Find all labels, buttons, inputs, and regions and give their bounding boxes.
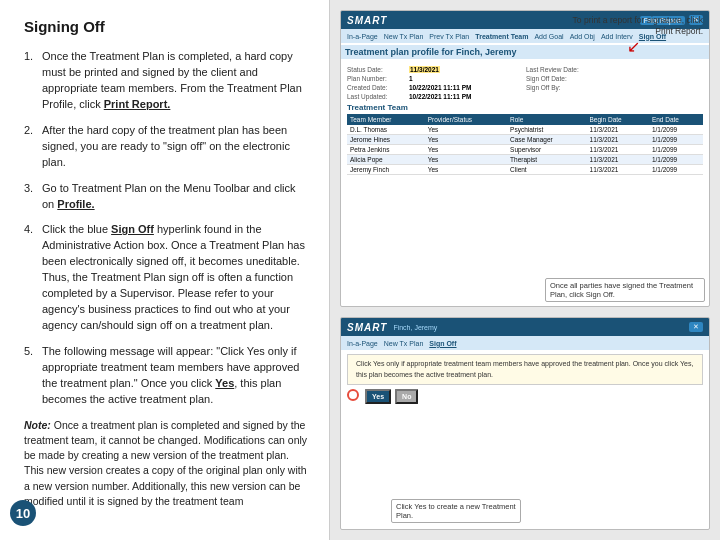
callout-bottom-right: Once all parties have signed the Treatme… <box>545 278 705 302</box>
nav-sign-off-b[interactable]: Sign Off <box>429 340 456 347</box>
nav-add-goal[interactable]: Add Goal <box>534 33 563 40</box>
ss-yes-no-area: Yes No <box>347 389 703 404</box>
smart-logo: SMART <box>347 15 387 26</box>
nav-new-tx-b[interactable]: New Tx Plan <box>384 340 424 347</box>
field-last-review: Last Review Date: <box>526 66 703 73</box>
sign-off-link[interactable]: Sign Off <box>111 223 154 235</box>
treatment-team-title: Treatment Team <box>347 103 703 112</box>
field-last-updated: Last Updated: 10/22/2021 11:11 PM <box>347 93 524 100</box>
step-num-5: 5. <box>24 344 42 408</box>
treatment-team-table: Team Member Provider/Status Role Begin D… <box>347 114 703 175</box>
ss-nav-bar-bottom: In-a-Page New Tx Plan Sign Off <box>341 336 709 350</box>
yes-link[interactable]: Yes <box>215 377 234 389</box>
field-status-date: Status Date: 11/3/2021 <box>347 66 524 73</box>
table-row: Jerome Hines Yes Case Manager 11/3/2021 … <box>347 135 703 145</box>
header-patient-bottom: Finch, Jeremy <box>393 324 437 331</box>
step-5: 5. The following message will appear: "C… <box>24 344 309 408</box>
ss-fields-area: Status Date: 11/3/2021 Last Review Date:… <box>341 62 709 179</box>
nav-new-tx[interactable]: New Tx Plan <box>384 33 424 40</box>
smart-bar-right-bottom: ✕ <box>689 322 703 332</box>
smart-logo-bottom: SMART <box>347 322 387 333</box>
table-row: Alicia Pope Yes Therapist 11/3/2021 1/1/… <box>347 155 703 165</box>
note-block: Note: Once a treatment plan is completed… <box>24 418 309 509</box>
callout-click-yes: Click Yes to create a new Treatment Plan… <box>391 499 521 523</box>
left-panel: Signing Off 1. Once the Treatment Plan i… <box>0 0 330 540</box>
screenshot-bottom: SMART Finch, Jeremy ✕ In-a-Page New Tx P… <box>340 317 710 530</box>
step-3: 3. Go to Treatment Plan on the Menu Tool… <box>24 181 309 213</box>
step-2: 2. After the hard copy of the treatment … <box>24 123 309 171</box>
nav-in-a-page[interactable]: In-a-Page <box>347 33 378 40</box>
step-content-4: Click the blue Sign Off hyperlink found … <box>42 222 309 334</box>
yes-button[interactable]: Yes <box>365 389 391 404</box>
page-title: Signing Off <box>24 18 309 35</box>
step-1: 1. Once the Treatment Plan is completed,… <box>24 49 309 113</box>
nav-in-a-page-b[interactable]: In-a-Page <box>347 340 378 347</box>
col-provider: Provider/Status <box>425 114 507 125</box>
table-row: D.L. Thomas Yes Psychiatrist 11/3/2021 1… <box>347 125 703 135</box>
screenshot-top: To print a report for signature, click P… <box>340 10 710 307</box>
circle-marker-icon <box>347 389 359 401</box>
step-num-1: 1. <box>24 49 42 113</box>
nav-prev-tx[interactable]: Prev Tx Plan <box>429 33 469 40</box>
nav-treatment-team[interactable]: Treatment Team <box>475 33 528 40</box>
step-content-3: Go to Treatment Plan on the Menu Toolbar… <box>42 181 309 213</box>
col-role: Role <box>507 114 586 125</box>
right-panel: To print a report for signature, click P… <box>330 0 720 540</box>
step-num-2: 2. <box>24 123 42 171</box>
close-button-bottom[interactable]: ✕ <box>689 322 703 332</box>
step-content-2: After the hard copy of the treatment pla… <box>42 123 309 171</box>
field-sign-off-by: Sign Off By: <box>526 84 703 91</box>
step-content-5: The following message will appear: "Clic… <box>42 344 309 408</box>
field-plan-number: Plan Number: 1 <box>347 75 524 82</box>
col-begin-date: Begin Date <box>587 114 649 125</box>
col-end-date: End Date <box>649 114 703 125</box>
step-list: 1. Once the Treatment Plan is completed,… <box>24 49 309 408</box>
note-text: Once a treatment plan is completed and s… <box>24 419 307 507</box>
table-row: Jeremy Finch Yes Client 11/3/2021 1/1/20… <box>347 165 703 175</box>
profile-link[interactable]: Profile. <box>57 198 94 210</box>
col-team-member: Team Member <box>347 114 425 125</box>
smart-header-bar-bottom: SMART Finch, Jeremy ✕ <box>341 318 709 336</box>
step-num-4: 4. <box>24 222 42 334</box>
field-created-date: Created Date: 10/22/2021 11:11 PM <box>347 84 524 91</box>
print-report-link[interactable]: Print Report. <box>104 98 171 110</box>
callout-top: To print a report for signature, click P… <box>563 15 703 58</box>
step-num-3: 3. <box>24 181 42 213</box>
step-content-1: Once the Treatment Plan is completed, a … <box>42 49 309 113</box>
ss-fields: Status Date: 11/3/2021 Last Review Date:… <box>347 66 703 100</box>
field-sign-off-date: Sign Off Date: <box>526 75 703 82</box>
note-label: Note: <box>24 419 51 431</box>
step-4: 4. Click the blue Sign Off hyperlink fou… <box>24 222 309 334</box>
ss-message-box: Click Yes only if appropriate treatment … <box>347 354 703 385</box>
table-row: Petra Jenkins Yes Supervisor 11/3/2021 1… <box>347 145 703 155</box>
page-number: 10 <box>10 500 36 526</box>
no-button[interactable]: No <box>395 389 418 404</box>
